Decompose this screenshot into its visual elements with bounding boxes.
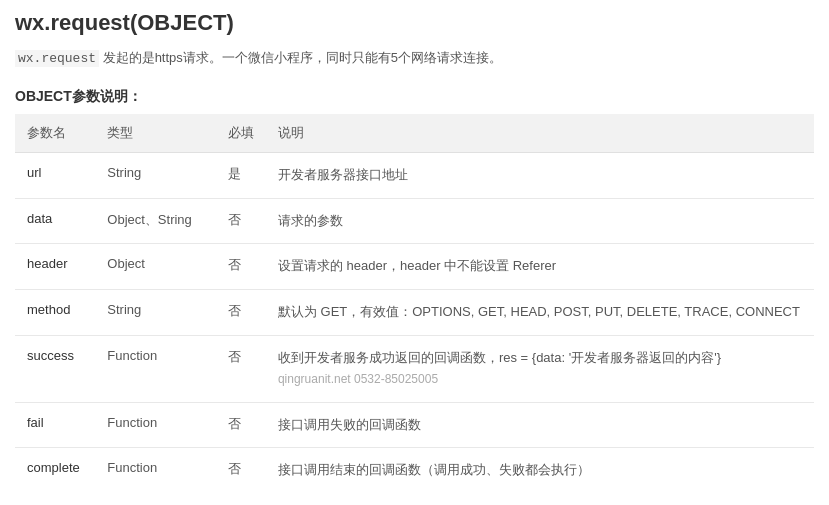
col-header-type: 类型 <box>95 114 215 153</box>
cell-type: Object、String <box>95 198 215 244</box>
cell-type: Function <box>95 335 215 402</box>
cell-param: header <box>15 244 95 290</box>
table-row: urlString是开发者服务器接口地址 <box>15 152 814 198</box>
cell-param: data <box>15 198 95 244</box>
table-row: successFunction否收到开发者服务成功返回的回调函数，res = {… <box>15 335 814 402</box>
cell-required: 否 <box>216 198 266 244</box>
cell-type: Object <box>95 244 215 290</box>
col-header-param: 参数名 <box>15 114 95 153</box>
cell-desc: 收到开发者服务成功返回的回调函数，res = {data: '开发者服务器返回的… <box>266 335 814 402</box>
cell-required: 否 <box>216 335 266 402</box>
table-header-row: 参数名 类型 必填 说明 <box>15 114 814 153</box>
cell-type: String <box>95 152 215 198</box>
watermark: qingruanit.net 0532-85025005 <box>278 372 438 386</box>
description-text: 发起的是https请求。一个微信小程序，同时只能有5个网络请求连接。 <box>103 50 502 65</box>
cell-desc: 默认为 GET，有效值：OPTIONS, GET, HEAD, POST, PU… <box>266 290 814 336</box>
cell-type: Function <box>95 402 215 448</box>
table-row: failFunction否接口调用失败的回调函数 <box>15 402 814 448</box>
cell-desc: 接口调用结束的回调函数（调用成功、失败都会执行） <box>266 448 814 493</box>
cell-required: 否 <box>216 290 266 336</box>
page-description: wx.request 发起的是https请求。一个微信小程序，同时只能有5个网络… <box>15 48 814 70</box>
cell-desc: 开发者服务器接口地址 <box>266 152 814 198</box>
col-header-desc: 说明 <box>266 114 814 153</box>
cell-param: fail <box>15 402 95 448</box>
cell-param: complete <box>15 448 95 493</box>
col-header-required: 必填 <box>216 114 266 153</box>
table-row: dataObject、String否请求的参数 <box>15 198 814 244</box>
cell-required: 否 <box>216 448 266 493</box>
section-title: OBJECT参数说明： <box>15 88 814 106</box>
cell-required: 否 <box>216 244 266 290</box>
cell-param: method <box>15 290 95 336</box>
params-table: 参数名 类型 必填 说明 urlString是开发者服务器接口地址dataObj… <box>15 114 814 493</box>
table-row: headerObject否设置请求的 header，header 中不能设置 R… <box>15 244 814 290</box>
cell-param: success <box>15 335 95 402</box>
wx-request-code: wx.request <box>15 50 99 67</box>
cell-desc: 设置请求的 header，header 中不能设置 Referer <box>266 244 814 290</box>
table-row: completeFunction否接口调用结束的回调函数（调用成功、失败都会执行… <box>15 448 814 493</box>
cell-required: 是 <box>216 152 266 198</box>
cell-type: Function <box>95 448 215 493</box>
cell-type: String <box>95 290 215 336</box>
cell-required: 否 <box>216 402 266 448</box>
cell-desc: 请求的参数 <box>266 198 814 244</box>
page-title: wx.request(OBJECT) <box>15 10 814 36</box>
table-row: methodString否默认为 GET，有效值：OPTIONS, GET, H… <box>15 290 814 336</box>
cell-desc: 接口调用失败的回调函数 <box>266 402 814 448</box>
cell-param: url <box>15 152 95 198</box>
